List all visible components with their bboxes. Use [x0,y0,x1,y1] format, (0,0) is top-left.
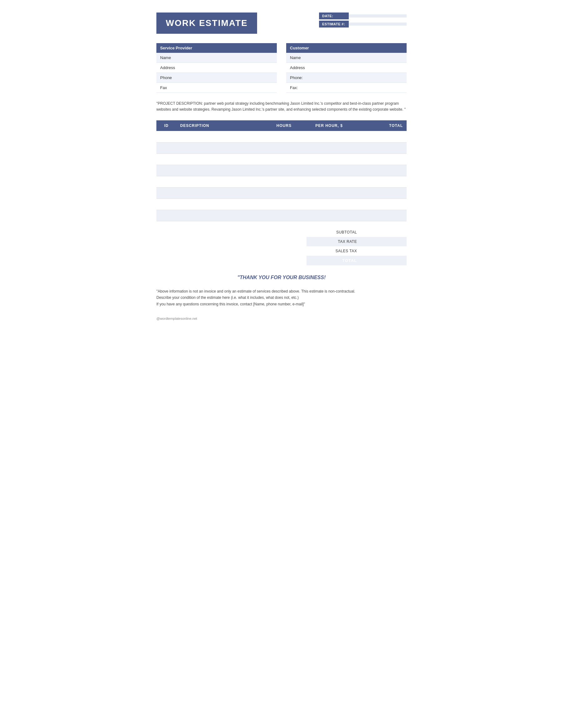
cell-hours[interactable] [266,176,302,187]
cell-per_hour[interactable] [302,187,357,198]
cell-total[interactable] [357,210,407,221]
cell-description[interactable] [176,142,266,153]
table-row [156,176,407,187]
document-title: WORK ESTIMATE [166,18,248,28]
col-total: TOTAL [357,120,407,131]
cell-id[interactable] [156,131,176,142]
cell-total[interactable] [357,142,407,153]
sales-tax-label: SALES TAX [307,246,361,256]
cell-hours[interactable] [266,153,302,165]
cell-per_hour[interactable] [302,198,357,210]
cell-total[interactable] [357,165,407,176]
totals-section: SUBTOTAL TAX RATE SALES TAX TOTAL [156,228,407,265]
sales-tax-row: SALES TAX [307,246,407,256]
work-table: ID DESCRIPTION HOURS PER HOUR, $ TOTAL [156,120,407,221]
table-row [156,165,407,176]
cell-per_hour[interactable] [302,153,357,165]
cell-description[interactable] [176,198,266,210]
subtotal-value [361,228,407,237]
cell-total[interactable] [357,153,407,165]
footer-notes: "Above information is not an invoice and… [156,288,407,307]
table-row [156,210,407,221]
customer-header: Customer [286,43,407,53]
estimate-value[interactable] [349,23,407,26]
total-value [361,256,407,265]
table-row [156,187,407,198]
cell-description[interactable] [176,131,266,142]
cust-phone: Phone: [286,73,407,83]
cell-total[interactable] [357,198,407,210]
totals-table: SUBTOTAL TAX RATE SALES TAX TOTAL [307,228,407,265]
table-row [156,153,407,165]
cell-id[interactable] [156,176,176,187]
estimate-label: ESTIMATE #: [319,21,349,28]
date-row: DATE: [319,13,407,19]
cell-description[interactable] [176,153,266,165]
cell-total[interactable] [357,176,407,187]
date-estimate-block: DATE: ESTIMATE #: [319,13,407,28]
cust-fax: Fax: [286,83,407,93]
cell-hours[interactable] [266,165,302,176]
col-id: ID [156,120,176,131]
date-label: DATE: [319,13,349,19]
table-header-row: ID DESCRIPTION HOURS PER HOUR, $ TOTAL [156,120,407,131]
col-per-hour: PER HOUR, $ [302,120,357,131]
cell-id[interactable] [156,153,176,165]
header-section: WORK ESTIMATE DATE: ESTIMATE #: [156,13,407,34]
footer-notes-text: "Above information is not an invoice and… [156,289,355,306]
col-description: DESCRIPTION [176,120,266,131]
tax-rate-row: TAX RATE [307,237,407,246]
grand-total-row: TOTAL [307,256,407,265]
cell-id[interactable] [156,187,176,198]
sales-tax-value [361,246,407,256]
title-block: WORK ESTIMATE [156,13,257,34]
cell-per_hour[interactable] [302,131,357,142]
table-row [156,142,407,153]
tax-rate-label: TAX RATE [307,237,361,246]
thank-you-message: "THANK YOU FOR YOUR BUSINESS! [156,275,407,280]
col-hours: HOURS [266,120,302,131]
cell-id[interactable] [156,198,176,210]
cell-hours[interactable] [266,187,302,198]
sp-fax: Fax [156,83,277,93]
cell-description[interactable] [176,176,266,187]
service-provider-column: Service Provider Name Address Phone Fax [156,43,277,93]
cell-id[interactable] [156,142,176,153]
sp-address: Address [156,63,277,73]
sp-phone: Phone [156,73,277,83]
cell-id[interactable] [156,210,176,221]
service-provider-header: Service Provider [156,43,277,53]
sp-name: Name [156,53,277,63]
cell-per_hour[interactable] [302,210,357,221]
estimate-row: ESTIMATE #: [319,21,407,28]
cell-hours[interactable] [266,131,302,142]
cell-per_hour[interactable] [302,165,357,176]
subtotal-row: SUBTOTAL [307,228,407,237]
cell-description[interactable] [176,187,266,198]
cust-address: Address [286,63,407,73]
cell-hours[interactable] [266,142,302,153]
subtotal-label: SUBTOTAL [307,228,361,237]
tax-rate-value [361,237,407,246]
cust-name: Name [286,53,407,63]
table-row [156,131,407,142]
cell-hours[interactable] [266,210,302,221]
project-description: "PROJECT DESCRIPTION: partner web portal… [156,101,407,113]
copyright: @wordtemplatesonline.net [156,317,407,320]
customer-column: Customer Name Address Phone: Fax: [286,43,407,93]
table-row [156,198,407,210]
cell-id[interactable] [156,165,176,176]
cell-per_hour[interactable] [302,176,357,187]
cell-hours[interactable] [266,198,302,210]
total-label: TOTAL [307,256,361,265]
cell-total[interactable] [357,131,407,142]
cell-total[interactable] [357,187,407,198]
date-value[interactable] [349,14,407,18]
cell-description[interactable] [176,210,266,221]
info-section: Service Provider Name Address Phone Fax … [156,43,407,93]
cell-per_hour[interactable] [302,142,357,153]
cell-description[interactable] [176,165,266,176]
